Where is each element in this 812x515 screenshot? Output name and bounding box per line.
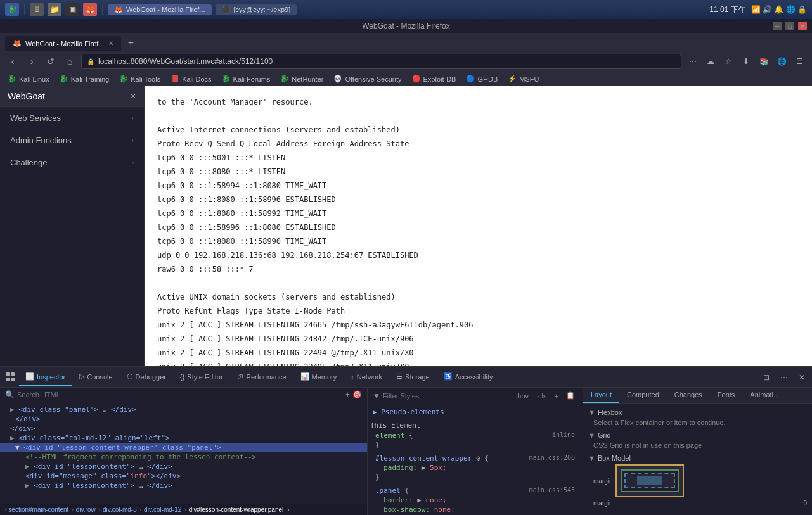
- bookmark-msfu[interactable]: ⚡ MSFU: [505, 73, 541, 84]
- bookmark-offensive-security[interactable]: 💀 Offensive Security: [331, 73, 404, 84]
- breadcrumb-nav-back[interactable]: ‹: [5, 506, 7, 513]
- css-filter-input[interactable]: [383, 392, 510, 400]
- sidebar-header: WebGoat ✕: [0, 86, 144, 107]
- bookmark-button[interactable]: ☆: [721, 54, 736, 69]
- bookmark-ghdb[interactable]: 🔵 GHDB: [463, 73, 500, 84]
- taskbar-tab-terminal[interactable]: ⬛ [cyy@cyy: ~/exp9]: [216, 4, 297, 15]
- sidebar-item-admin-functions[interactable]: Admin Functions ›: [0, 129, 144, 151]
- devtools-toolbar: ⬜ Inspector ▷ Console ⬡ Debugger {} Styl…: [0, 367, 812, 388]
- layout-tab-computed[interactable]: Computed: [619, 388, 667, 403]
- titlebar-controls: ─ □ ✕: [773, 22, 807, 30]
- content-line: Active UNIX domain sockets (servers and …: [157, 291, 799, 303]
- content-line: tcp6 0 0 ::1:8080 ::1:58996 ESTABLISHED: [157, 194, 799, 205]
- bookmark-kali-training[interactable]: 🐉 Kali Training: [57, 73, 112, 84]
- bookmark-kali-tools[interactable]: 🐉 Kali Tools: [117, 73, 163, 84]
- css-pseudo-toggle[interactable]: ▶ Pseudo-elements: [370, 407, 580, 417]
- css-pseudo-elements-section: ▶ Pseudo-elements: [370, 407, 580, 417]
- sync-button[interactable]: 🌐: [774, 54, 789, 69]
- html-line-2[interactable]: </div>: [0, 414, 367, 424]
- url-bar[interactable]: 🔒 localhost:8080/WebGoat/start.mvc#attac…: [81, 54, 681, 69]
- breadcrumb-col-md-8[interactable]: div.col-md-8: [103, 506, 137, 513]
- forward-button[interactable]: ›: [24, 54, 39, 69]
- home-button[interactable]: ⌂: [62, 54, 77, 69]
- bookmark-kali-docs[interactable]: 📕 Kali Docs: [168, 73, 214, 84]
- layout-tab-layout[interactable]: Layout: [583, 388, 619, 403]
- svg-rect-3: [11, 378, 15, 381]
- content-line: Active Internet connections (servers and…: [157, 124, 799, 136]
- css-filter-icon: ▼: [373, 391, 380, 400]
- html-pick-button[interactable]: 🎯: [352, 390, 362, 399]
- bookmark-kali-linux-label: Kali Linux: [19, 75, 49, 83]
- css-add-rule-button[interactable]: +: [552, 391, 561, 401]
- devtools-tab-accessibility[interactable]: ♿ Accessibility: [437, 369, 499, 386]
- minimize-button[interactable]: ─: [773, 22, 782, 30]
- reload-button[interactable]: ↺: [43, 54, 58, 69]
- svg-rect-2: [6, 378, 10, 381]
- devtools-tab-inspector[interactable]: ⬜ Inspector: [19, 369, 72, 386]
- layout-box-model-header[interactable]: ▼ Box Model: [588, 454, 807, 462]
- devtools-tab-network[interactable]: ↕ Network: [344, 369, 389, 386]
- download-button[interactable]: ⬇: [738, 54, 754, 69]
- html-line-5-selected[interactable]: ▼ <div id="lesson-content-wrapper" class…: [0, 443, 367, 452]
- sidebar-close-button[interactable]: ✕: [130, 92, 136, 101]
- layout-tab-fonts[interactable]: Fonts: [710, 388, 743, 403]
- taskbar-tab-icon: 🦊: [114, 6, 123, 14]
- network-icon: ↕: [351, 373, 354, 381]
- bookmark-nethunter[interactable]: 🐉 NetHunter: [278, 73, 326, 84]
- css-cls-button[interactable]: .cls: [534, 391, 550, 401]
- pocket-button[interactable]: ☁: [703, 54, 718, 69]
- html-line-7[interactable]: ▶ <div id="lessonContent"> … </div>: [0, 462, 367, 471]
- extensions-button[interactable]: ⋯: [685, 54, 700, 69]
- bookmark-msfu-icon: ⚡: [508, 75, 517, 83]
- bookmark-kali-forums[interactable]: 🐉 Kali Forums: [219, 73, 273, 84]
- bookmark-exploit-db[interactable]: 🔴 Exploit-DB: [409, 73, 459, 84]
- taskbar-icon-files[interactable]: 📁: [48, 3, 61, 16]
- css-copy-button[interactable]: 📋: [564, 390, 577, 401]
- breadcrumb-section[interactable]: section#main-content: [8, 506, 68, 513]
- devtools-icon-btn[interactable]: [3, 368, 18, 387]
- html-line-8[interactable]: <div id="message" class="info"></div>: [0, 471, 367, 481]
- library-button[interactable]: 📚: [756, 54, 771, 69]
- taskbar-icon-firefox-small[interactable]: 🦊: [83, 3, 97, 16]
- tab-close-icon[interactable]: ✕: [108, 40, 113, 47]
- html-search-input[interactable]: [17, 391, 343, 398]
- devtools-tab-memory[interactable]: 📊 Memory: [294, 369, 344, 386]
- devtools-more-button[interactable]: ⋯: [777, 370, 792, 385]
- layout-tab-changes[interactable]: Changes: [667, 388, 710, 403]
- box-model-body: margin: [588, 464, 807, 507]
- sidebar-item-web-services[interactable]: Web Services ›: [0, 107, 144, 129]
- taskbar-tab-firefox[interactable]: 🦊 WebGoat - Mozilla Firef...: [108, 4, 212, 15]
- taskbar-icon-terminal[interactable]: ▣: [65, 3, 79, 16]
- firefox-tab-active[interactable]: 🦊 WebGoat - Mozilla Firef... ✕: [5, 36, 121, 51]
- devtools-tab-debugger[interactable]: ⬡ Debugger: [120, 369, 172, 386]
- devtools-tab-performance[interactable]: ⏱ Performance: [231, 369, 293, 386]
- breadcrumb-nav-forward[interactable]: ›: [287, 506, 289, 513]
- devtools-tab-style-editor[interactable]: {} Style Editor: [174, 369, 229, 386]
- breadcrumb-row[interactable]: div.row: [76, 506, 96, 513]
- html-line-1[interactable]: ▶ <div class="panel"> … </div>: [0, 405, 367, 414]
- breadcrumb-col-md-12[interactable]: div.col-md-12: [144, 506, 181, 513]
- html-line-6[interactable]: <!--HTML fragment correponding to the le…: [0, 452, 367, 462]
- sidebar-item-challenge[interactable]: Challenge ›: [0, 151, 144, 174]
- breadcrumb-current[interactable]: div#lesson-content-wrapper.panel: [189, 506, 284, 513]
- html-line-3[interactable]: </div>: [0, 424, 367, 433]
- new-tab-button[interactable]: +: [124, 35, 139, 51]
- maximize-button[interactable]: □: [785, 22, 794, 30]
- layout-tab-animations[interactable]: Animati...: [742, 388, 787, 403]
- menu-button[interactable]: ☰: [792, 54, 807, 69]
- html-line-9[interactable]: ▶ <div id="lessonContent"> … </div>: [0, 481, 367, 490]
- devtools-tab-storage[interactable]: ☰ Storage: [390, 369, 436, 386]
- taskbar-icon-dragon1[interactable]: 🐉: [5, 3, 19, 16]
- css-hov-button[interactable]: :hov: [513, 391, 531, 401]
- close-button[interactable]: ✕: [798, 22, 807, 30]
- html-add-node-button[interactable]: +: [345, 390, 350, 399]
- devtools-close-button[interactable]: ✕: [794, 370, 809, 385]
- bookmark-kali-linux[interactable]: 🐉 Kali Linux: [5, 73, 52, 84]
- back-button[interactable]: ‹: [5, 54, 20, 69]
- taskbar-icon-desktop[interactable]: 🖥: [30, 3, 44, 16]
- layout-flexbox-header[interactable]: ▼ Flexbox: [588, 409, 807, 416]
- devtools-dock-button[interactable]: ⊡: [759, 370, 774, 385]
- devtools-tab-console[interactable]: ▷ Console: [73, 369, 119, 386]
- html-line-4[interactable]: ▶ <div class="col-md-12" align="left">: [0, 433, 367, 443]
- layout-grid-header[interactable]: ▼ Grid: [588, 431, 807, 439]
